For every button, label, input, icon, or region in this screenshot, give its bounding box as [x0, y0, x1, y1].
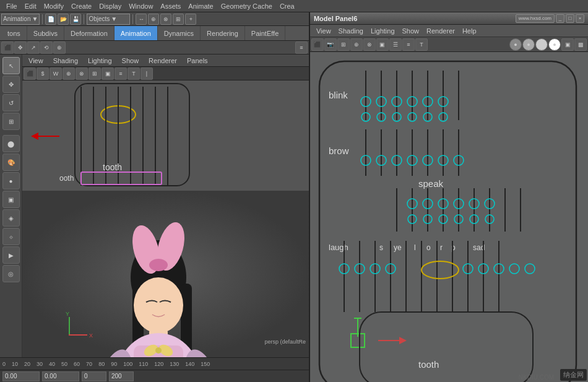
right-menu-view[interactable]: View: [313, 25, 335, 37]
maximize-btn[interactable]: □: [566, 14, 574, 23]
tab-painteff[interactable]: PaintEffe: [245, 26, 285, 40]
r-icon-8[interactable]: ≡: [402, 38, 415, 51]
time-150: 150: [201, 361, 210, 367]
ne-btn2[interactable]: $: [37, 67, 49, 80]
open-btn[interactable]: 📂: [58, 14, 69, 25]
icon-btn-right[interactable]: ≡: [295, 41, 308, 54]
ne-btn8[interactable]: ≡: [115, 67, 127, 80]
menu-renderer[interactable]: Renderer: [145, 54, 181, 66]
separator: [42, 14, 43, 24]
svg-text:r: r: [440, 243, 443, 252]
menu-show[interactable]: Show: [118, 54, 143, 66]
icon-btn-5[interactable]: ⊕: [53, 41, 66, 54]
r-icon-sphere3[interactable]: ●: [535, 38, 548, 51]
rotate-tool-btn[interactable]: ↺: [2, 94, 20, 111]
paint-btn[interactable]: 🎨: [2, 154, 20, 171]
tab-tons[interactable]: tons: [1, 26, 27, 40]
field-y[interactable]: 0.00: [42, 371, 79, 381]
save-btn[interactable]: 💾: [70, 14, 81, 25]
menu-modify[interactable]: Modify: [40, 0, 67, 12]
r-icon-3[interactable]: ⊞: [337, 38, 350, 51]
svg-text:brow: brow: [329, 145, 349, 156]
menu-shading[interactable]: Shading: [50, 54, 82, 66]
ne-btn1[interactable]: ⬛: [24, 67, 36, 80]
right-menu-show[interactable]: Show: [399, 25, 423, 37]
menu-create[interactable]: Create: [67, 0, 95, 12]
scale-tool-btn[interactable]: ⊞: [2, 113, 20, 130]
ne-btn10[interactable]: |: [141, 67, 153, 80]
graph-btn[interactable]: ⟐: [2, 228, 20, 245]
animation-dropdown[interactable]: Animation ▼: [1, 14, 40, 25]
node-btn[interactable]: ◈: [2, 209, 20, 227]
icon-btn-4[interactable]: ⟲: [40, 41, 53, 54]
time-110: 110: [139, 361, 148, 367]
tool-btn2[interactable]: ⊕: [148, 14, 159, 25]
r-icon-cube1[interactable]: ▣: [561, 38, 574, 51]
right-menu-shading[interactable]: Shading: [335, 25, 367, 37]
r-icon-4[interactable]: ⊕: [350, 38, 363, 51]
right-menu-help[interactable]: Help: [459, 25, 480, 37]
r-icon-7[interactable]: ☰: [389, 38, 402, 51]
time-20: 20: [24, 361, 30, 367]
menu-panels[interactable]: Panels: [183, 54, 212, 66]
icon-btn-1[interactable]: ⬛: [1, 41, 14, 54]
ne-btn5[interactable]: ⊗: [76, 67, 88, 80]
r-icon-sphere2[interactable]: ●: [522, 38, 535, 51]
right-menu-renderer[interactable]: Renderer: [423, 25, 459, 37]
r-icon-9[interactable]: T: [415, 38, 428, 51]
tab-rendering[interactable]: Rendering: [201, 26, 245, 40]
menu-lighting[interactable]: Lighting: [84, 54, 116, 66]
r-icon-cube2[interactable]: ▩: [574, 38, 587, 51]
objects-dropdown[interactable]: Objects ▼: [87, 14, 130, 25]
r-icon-1[interactable]: ⬛: [311, 38, 324, 51]
move-tool-btn[interactable]: ✥: [2, 76, 20, 93]
menu-display[interactable]: Display: [95, 0, 125, 12]
tab-dynamics[interactable]: Dynamics: [158, 26, 201, 40]
menu-animate[interactable]: Animate: [184, 0, 217, 12]
r-icon-2[interactable]: 📷: [324, 38, 337, 51]
tool-btn1[interactable]: ↔: [136, 14, 147, 25]
field-x[interactable]: 0.00: [2, 371, 40, 381]
timeline[interactable]: 0 10 20 30 40 50 60 70 80 90 100 110 120…: [0, 357, 309, 370]
field-frame[interactable]: 0: [82, 371, 106, 381]
tab-subdivs[interactable]: Subdivs: [27, 26, 64, 40]
tool-btn3[interactable]: ⊗: [160, 14, 171, 25]
menu-edit[interactable]: Edit: [21, 0, 40, 12]
sphere-btn[interactable]: ●: [2, 172, 20, 189]
menu-view[interactable]: View: [25, 54, 47, 66]
time-130: 130: [170, 361, 179, 367]
menu-crea[interactable]: Crea: [276, 0, 298, 12]
r-icon-sphere1[interactable]: ●: [509, 38, 522, 51]
icon-btn-2[interactable]: ✥: [14, 41, 27, 54]
tab-animation[interactable]: Animation: [115, 26, 158, 40]
tab-deformation[interactable]: Deformation: [64, 26, 115, 40]
menu-geometry-cache[interactable]: Geometry Cache: [217, 0, 276, 12]
right-menu-lighting[interactable]: Lighting: [367, 25, 399, 37]
icon-btn-3[interactable]: ↗: [27, 41, 40, 54]
separator3: [132, 14, 133, 24]
ne-btn6[interactable]: ⊞: [89, 67, 101, 80]
close-btn[interactable]: ×: [576, 14, 584, 23]
render-btn[interactable]: ◎: [2, 265, 20, 282]
menu-assets[interactable]: Assets: [157, 0, 184, 12]
tool-btn4[interactable]: ⊞: [173, 14, 184, 25]
lasso-btn[interactable]: ⬤: [2, 135, 20, 152]
r-icon-6[interactable]: ▣: [376, 38, 389, 51]
menu-window[interactable]: Window: [125, 0, 157, 12]
ne-btn9[interactable]: T: [128, 67, 140, 80]
menu-file[interactable]: File: [2, 0, 21, 12]
cube-btn[interactable]: ▣: [2, 191, 20, 208]
select-tool-btn[interactable]: ↖: [2, 57, 20, 74]
svg-text:tooth: tooth: [103, 162, 122, 172]
r-icon-sphere4[interactable]: ●: [548, 38, 561, 51]
tool-btn5[interactable]: +: [185, 14, 196, 25]
r-icon-5[interactable]: ⊗: [363, 38, 376, 51]
ne-btn4[interactable]: ⊕: [63, 67, 75, 80]
anim-btn[interactable]: ▶: [2, 246, 20, 264]
new-file-btn[interactable]: 📄: [45, 14, 56, 25]
ne-btn3[interactable]: W: [50, 67, 62, 80]
minimize-btn[interactable]: _: [556, 14, 564, 23]
svg-text:ooth: ooth: [59, 174, 74, 183]
ne-btn7[interactable]: ▣: [102, 67, 114, 80]
field-end[interactable]: 200: [109, 371, 134, 381]
